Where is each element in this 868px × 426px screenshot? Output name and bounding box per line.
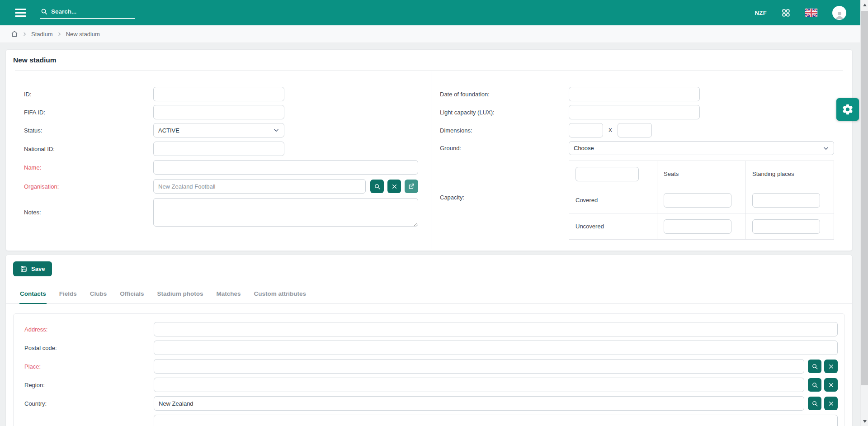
scrollbar-down-arrow[interactable] <box>861 417 868 425</box>
apps-grid-icon[interactable] <box>782 9 790 17</box>
region-search-button[interactable] <box>808 378 821 392</box>
chevron-down-icon <box>273 127 279 133</box>
dimension-width-input[interactable] <box>569 123 603 137</box>
tab-officials[interactable]: Officials <box>119 290 144 304</box>
capacity-col-standing: Standing places <box>746 161 834 187</box>
id-input[interactable] <box>153 87 284 101</box>
ground-selected-value: Choose <box>574 145 594 151</box>
covered-standing-input[interactable] <box>752 193 820 208</box>
address-input[interactable] <box>154 322 838 336</box>
tab-custom-attributes[interactable]: Custom attributes <box>254 290 307 304</box>
search-icon <box>374 183 381 190</box>
postal-code-input[interactable] <box>154 341 838 355</box>
ground-select[interactable]: Choose <box>569 141 834 155</box>
name-input[interactable] <box>153 160 418 175</box>
region-input[interactable] <box>154 378 804 392</box>
capacity-header-row: Seats Standing places <box>569 161 834 187</box>
search-icon <box>811 400 818 407</box>
settings-flyout-button[interactable] <box>836 98 859 121</box>
national-id-label: National ID: <box>24 146 153 152</box>
tab-contacts[interactable]: Contacts <box>19 290 47 304</box>
organisation-open-button[interactable] <box>405 180 418 193</box>
search-input[interactable] <box>51 8 134 15</box>
home-icon[interactable] <box>11 30 18 38</box>
language-flag-uk-icon[interactable] <box>805 9 817 17</box>
ground-label: Ground: <box>440 145 569 151</box>
covered-seats-input[interactable] <box>664 193 731 208</box>
organisation-input[interactable] <box>153 179 366 194</box>
national-id-input[interactable] <box>153 142 284 156</box>
country-input[interactable] <box>154 396 804 411</box>
place-search-button[interactable] <box>808 360 821 373</box>
global-search <box>40 6 135 19</box>
country-search-button[interactable] <box>808 397 821 410</box>
save-button[interactable]: Save <box>13 261 52 276</box>
status-select[interactable]: ACTIVE <box>153 123 284 137</box>
dimensions-separator: X <box>609 127 612 133</box>
place-label: Place: <box>24 363 154 370</box>
close-icon <box>392 184 397 189</box>
place-input[interactable] <box>154 359 804 374</box>
tab-stadium-photos[interactable]: Stadium photos <box>157 290 204 304</box>
organisation-label: Organisation: <box>24 183 153 190</box>
fifa-id-label: FIFA ID: <box>24 109 153 116</box>
scrollbar-up-arrow[interactable] <box>861 1 868 9</box>
capacity-sector-input[interactable] <box>576 167 639 181</box>
light-capacity-input[interactable] <box>569 105 700 119</box>
scrollbar-thumb[interactable] <box>861 11 868 385</box>
uncovered-standing-input[interactable] <box>752 219 820 234</box>
region-label: Region: <box>24 382 154 388</box>
notes-textarea[interactable] <box>153 198 418 227</box>
place-clear-button[interactable] <box>824 360 838 373</box>
country-clear-button[interactable] <box>824 397 838 410</box>
postal-code-label: Postal code: <box>24 345 154 351</box>
organisation-code-badge[interactable]: NZF <box>755 9 767 16</box>
tab-matches[interactable]: Matches <box>216 290 241 304</box>
open-in-new-icon <box>408 183 415 189</box>
fifa-id-input[interactable] <box>153 105 284 119</box>
search-icon <box>811 363 818 370</box>
date-of-foundation-label: Date of foundation: <box>440 91 569 98</box>
dimension-length-input[interactable] <box>618 123 652 137</box>
save-button-label: Save <box>31 265 45 272</box>
chevron-down-icon <box>823 145 829 151</box>
person-icon <box>835 10 844 20</box>
capacity-uncovered-row: Uncovered <box>569 213 834 240</box>
hamburger-menu-icon[interactable] <box>15 7 26 19</box>
status-label: Status: <box>24 127 153 134</box>
capacity-label: Capacity: <box>440 194 569 201</box>
search-icon <box>41 8 47 15</box>
save-icon <box>20 265 27 272</box>
tab-fields[interactable]: Fields <box>59 290 77 304</box>
date-of-foundation-input[interactable] <box>569 87 700 101</box>
tab-clubs[interactable]: Clubs <box>90 290 108 304</box>
user-avatar[interactable] <box>832 6 846 20</box>
search-icon <box>811 382 818 388</box>
organisation-search-button[interactable] <box>370 180 384 193</box>
close-icon <box>828 382 834 388</box>
organisation-clear-button[interactable] <box>387 180 401 193</box>
contacts-tab-panel: Address: Postal code: Place: <box>13 313 845 426</box>
close-icon <box>828 401 834 407</box>
page-scrollbar[interactable] <box>860 0 868 426</box>
capacity-row-covered-label: Covered <box>569 187 657 213</box>
capacity-covered-row: Covered <box>569 187 834 213</box>
uncovered-seats-input[interactable] <box>664 219 731 234</box>
address-label: Address: <box>24 326 154 333</box>
close-icon <box>828 364 834 369</box>
breadcrumb: Stadium New stadium <box>0 25 868 43</box>
breadcrumb-item-stadium[interactable]: Stadium <box>31 31 53 38</box>
gear-icon <box>841 103 854 116</box>
detail-tabs: Contacts Fields Clubs Officials Stadium … <box>6 290 852 304</box>
name-label: Name: <box>24 164 153 171</box>
capacity-row-uncovered-label: Uncovered <box>569 213 657 240</box>
next-field-input[interactable] <box>154 415 838 426</box>
country-label: Country: <box>24 400 154 407</box>
top-navigation-bar: NZF <box>0 0 868 25</box>
id-label: ID: <box>24 91 153 98</box>
capacity-col-seats: Seats <box>657 161 746 187</box>
page-title: New stadium <box>6 50 852 70</box>
breadcrumb-item-new-stadium: New stadium <box>66 31 100 38</box>
light-capacity-label: Light capacity (LUX): <box>440 109 569 116</box>
region-clear-button[interactable] <box>824 378 838 392</box>
